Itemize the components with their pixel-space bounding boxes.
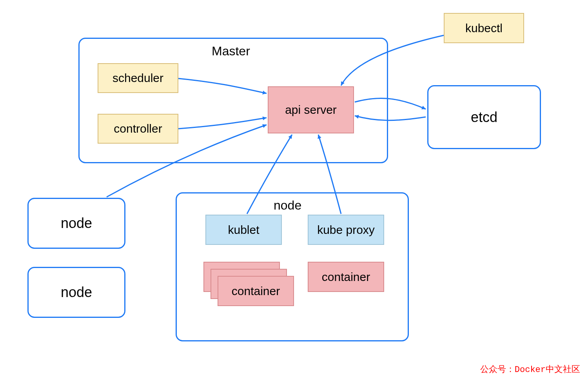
kublet-box: kublet <box>205 215 282 245</box>
kube-proxy-label: kube proxy <box>317 223 375 237</box>
scheduler-box: scheduler <box>98 63 178 93</box>
api-server-label: api server <box>285 103 337 117</box>
node-detail-title: node <box>274 198 301 213</box>
controller-label: controller <box>114 122 162 135</box>
container-single-label: container <box>322 270 370 284</box>
etcd-box: etcd <box>427 85 541 149</box>
container-stack-front: container <box>218 276 294 306</box>
master-title: Master <box>212 44 250 58</box>
controller-box: controller <box>98 114 178 144</box>
node-label-2: node <box>61 284 92 301</box>
kubectl-label: kubectl <box>465 22 503 35</box>
kubectl-box: kubectl <box>444 13 524 43</box>
kube-proxy-box: kube proxy <box>308 215 384 245</box>
node-label-1: node <box>61 215 92 232</box>
kublet-label: kublet <box>228 223 259 237</box>
credit-text: 公众号：Docker中文社区 <box>480 363 580 375</box>
container-stack-label: container <box>232 285 280 298</box>
node-box-1: node <box>27 198 125 249</box>
api-server-box: api server <box>268 86 354 133</box>
container-single-box: container <box>308 262 384 292</box>
node-box-2: node <box>27 267 125 318</box>
scheduler-label: scheduler <box>113 71 163 85</box>
etcd-label: etcd <box>471 109 497 126</box>
